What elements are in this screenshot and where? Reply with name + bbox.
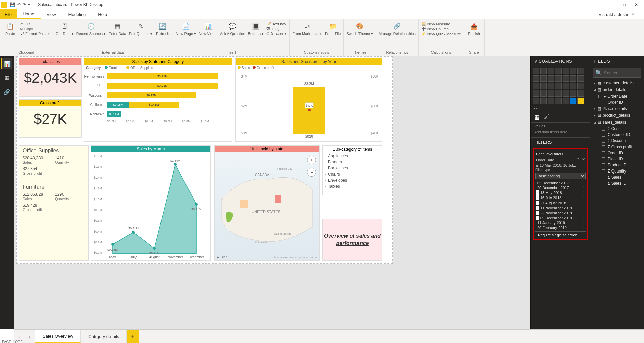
report-canvas[interactable]: Total sales $2,043K Gross profit $27K Sa… — [14, 56, 530, 329]
map-zoom-in-icon[interactable]: + — [307, 156, 316, 164]
viz-type-icon[interactable] — [555, 83, 562, 89]
tab-view[interactable]: View — [41, 10, 62, 18]
fields-field[interactable]: Place ID — [592, 156, 643, 162]
filter-checkbox[interactable]: ✓ — [536, 216, 539, 220]
viz-type-icon[interactable] — [555, 68, 562, 74]
edit-queries-button[interactable]: ✎Edit Queries ▾ — [129, 22, 153, 36]
filter-checkbox[interactable]: ✓ — [536, 195, 539, 200]
fields-table[interactable]: ▸ ▦ product_details — [592, 112, 643, 119]
data-view-icon[interactable]: ▦ — [1, 72, 12, 83]
viz-type-icon[interactable] — [533, 68, 539, 74]
get-data-button[interactable]: 🗄Get Data ▾ — [56, 22, 74, 36]
fields-field[interactable]: Order ID — [592, 150, 643, 156]
minimize-icon[interactable]: — — [611, 2, 615, 7]
viz-type-icon[interactable] — [577, 75, 584, 82]
viz-type-icon[interactable] — [577, 98, 584, 104]
viz-type-icon[interactable] — [570, 90, 576, 97]
fields-field[interactable]: Σ Sales ID — [592, 180, 643, 186]
buttons-button[interactable]: 🔳Buttons ▾ — [248, 22, 264, 36]
new-page-button[interactable]: 📄New Page ▾ — [176, 22, 196, 36]
image-button[interactable]: 🖼 Image — [266, 27, 287, 31]
viz-type-icon[interactable] — [555, 75, 562, 82]
viz-type-icon[interactable] — [555, 98, 562, 104]
kpi-gross-profit[interactable]: Gross profit $27K — [19, 99, 82, 138]
card-furniture[interactable]: Furniture $12,06,828Sales 1290Quantity $… — [19, 182, 89, 261]
redo-icon[interactable]: ↷ — [23, 2, 26, 7]
slicer-item[interactable]: Appliances — [323, 153, 382, 159]
paste-button[interactable]: 📋Paste — [3, 22, 18, 36]
viz-type-icon[interactable] — [548, 75, 554, 82]
qat-dropdown-icon[interactable]: ▾ — [28, 2, 30, 7]
refresh-button[interactable]: 🔄Refresh — [155, 22, 170, 36]
viz-type-icon[interactable] — [570, 75, 576, 82]
viz-type-icon[interactable] — [533, 98, 539, 104]
fields-field[interactable]: Σ Gross profit — [592, 144, 643, 150]
filter-date-row[interactable]: ✓16 July 20181 — [535, 195, 586, 200]
filter-checkbox[interactable]: ✓ — [536, 206, 539, 210]
undo-icon[interactable]: ↶ — [17, 2, 21, 7]
filter-date-row[interactable]: 05 December 20171 — [535, 181, 586, 185]
slicer-subcategory[interactable]: Sub-category of items Appliances Binders… — [322, 145, 382, 195]
format-painter-button[interactable]: 🖌 Format Painter — [20, 32, 50, 36]
new-quick-measure-button[interactable]: ⚡ New Quick Measure — [421, 32, 461, 36]
viz-type-icon[interactable] — [570, 83, 576, 89]
viz-type-icon[interactable] — [540, 83, 547, 89]
signed-in-user[interactable]: Vishakha Joshi ^ — [599, 12, 644, 17]
viz-type-icon[interactable] — [548, 68, 554, 74]
pane-fields-collapse-icon[interactable]: › — [639, 59, 641, 64]
fields-field[interactable]: Σ Discount — [592, 138, 643, 144]
pane-viz-collapse-icon[interactable]: › — [585, 59, 587, 64]
fields-table[interactable]: ◢ ▦ sales_details — [592, 119, 643, 126]
viz-type-icon[interactable] — [577, 90, 584, 97]
viz-type-icon[interactable] — [533, 75, 539, 82]
from-file-button[interactable]: 📁From File — [325, 22, 341, 36]
tab-nav-next-icon[interactable]: › — [24, 330, 35, 343]
viz-type-icon[interactable] — [540, 90, 547, 97]
fields-tab-icon[interactable]: ▦ — [534, 114, 539, 120]
viz-type-icon[interactable] — [563, 98, 569, 104]
file-menu[interactable]: File — [0, 9, 17, 19]
slicer-item[interactable]: Chairs — [323, 171, 382, 177]
slicer-item[interactable]: Envelopes — [323, 177, 382, 183]
page-tab-1[interactable]: Sales Overview — [35, 330, 81, 343]
slicer-item[interactable]: Tables — [323, 183, 382, 189]
fields-field[interactable]: Σ Quantity — [592, 168, 643, 174]
filter-type-select[interactable]: Basic filtering — [535, 173, 586, 179]
fields-table[interactable]: ▸ ▦ customer_details — [592, 80, 643, 86]
map-units-sold[interactable]: Units sold by state CANADA UNITED STATES… — [214, 145, 320, 261]
filter-date-row[interactable]: 11 January 20191 — [535, 220, 586, 225]
close-icon[interactable]: ✕ — [635, 2, 638, 7]
viz-type-icon[interactable] — [548, 83, 554, 89]
manage-relationships-button[interactable]: 🔗Manage Relationships — [379, 22, 416, 36]
shapes-button[interactable]: ⬠ Shapes ▾ — [266, 31, 287, 36]
filter-date-row[interactable]: ✓22 November 20181 — [535, 210, 586, 215]
copy-button[interactable]: ⧉ Copy — [20, 27, 50, 31]
switch-theme-button[interactable]: 🎨Switch Theme ▾ — [346, 22, 373, 36]
filter-checkbox[interactable]: ✓ — [536, 201, 539, 205]
viz-type-icon[interactable] — [540, 75, 547, 82]
card-office-supplies[interactable]: Office Supplies $20,43,330Sales 1410Quan… — [19, 145, 89, 182]
map-zoom-out-icon[interactable]: − — [307, 168, 316, 177]
slicer-item[interactable]: Binders — [323, 159, 382, 165]
viz-type-icon[interactable] — [577, 68, 584, 74]
filter-checkbox[interactable]: ✓ — [536, 211, 539, 215]
recent-sources-button[interactable]: 🕘Recent Sources ▾ — [76, 22, 106, 36]
filter-date-row[interactable]: 20 February 20191 — [535, 225, 586, 230]
filter-date-row[interactable]: ✓11 November 20181 — [535, 205, 586, 210]
cut-button[interactable]: ✂ Cut — [20, 22, 50, 26]
fields-field[interactable]: Σ Sales — [592, 174, 643, 180]
filter-date-row[interactable]: ✓09 December 20181 — [535, 215, 586, 220]
viz-type-icon[interactable] — [533, 90, 539, 97]
fields-field[interactable]: Customer ID — [592, 132, 643, 138]
new-column-button[interactable]: ➕ New Column — [421, 27, 461, 31]
save-icon[interactable]: 💾 — [10, 2, 15, 7]
add-page-button[interactable]: + — [127, 330, 139, 343]
chart-sales-month[interactable]: Sales by Month $1.8M$1.6M$1.4M $1.2M$1.0… — [91, 145, 211, 261]
filter-field-name[interactable]: Order Date — [536, 158, 554, 162]
tab-home[interactable]: Home — [17, 10, 41, 19]
report-view-icon[interactable]: 📊 — [1, 58, 12, 69]
viz-type-icon[interactable] — [555, 90, 562, 97]
fields-table[interactable]: ◢ ▦ order_details — [592, 86, 643, 93]
filter-date-row[interactable]: ✓13 May 20181 — [535, 190, 586, 195]
viz-type-icon[interactable] — [533, 83, 539, 89]
